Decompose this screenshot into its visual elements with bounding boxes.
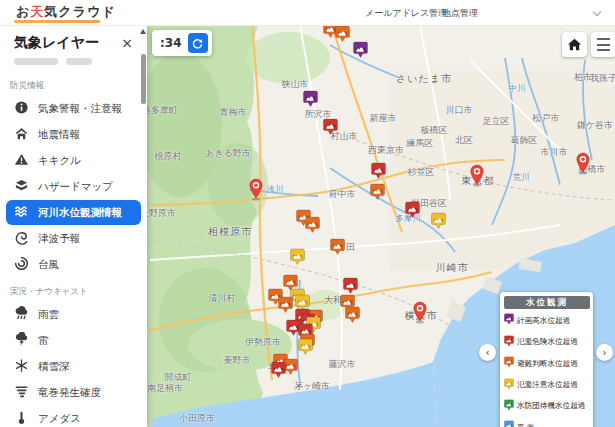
home-icon xyxy=(567,37,582,52)
location-pin[interactable] xyxy=(575,152,591,175)
sidebar-item-label: 気象警報・注意報 xyxy=(38,102,122,116)
legend-prev-button[interactable]: ‹ xyxy=(479,344,496,361)
sidebar-item-raincloud[interactable]: 雨雲 xyxy=(6,302,141,327)
water-level-legend: 水位観測 計画高水位超過氾濫危険水位超過避難判断水位超過氾濫注意水位超過水防団待… xyxy=(500,292,593,427)
sidebar-item-waves[interactable]: 河川水位観測情報 xyxy=(6,200,141,225)
legend-item-planned: 計画高水位超過 xyxy=(504,311,590,330)
house-icon xyxy=(14,126,29,143)
sidebar-item-label: 津波予報 xyxy=(38,232,80,246)
legend-item-caution: 氾濫注意水位超過 xyxy=(504,376,590,395)
waves-icon xyxy=(14,204,29,221)
sidebar-item-label: 積雪深 xyxy=(38,360,70,374)
sidebar-item-label: 台風 xyxy=(38,258,59,272)
location-pin[interactable] xyxy=(469,164,485,187)
app-header: お天気クラウド メールアドレス管理 地点管理 xyxy=(0,0,615,26)
sidebar-item-label: 雷 xyxy=(38,334,49,348)
tornado-icon xyxy=(14,384,29,401)
legend-item-label: 水防団待機水位超過 xyxy=(517,401,585,411)
home-button[interactable] xyxy=(562,32,587,57)
sidebar-item-label: 河川水位観測情報 xyxy=(38,206,122,220)
sidebar-item-typhoon[interactable]: 台風 xyxy=(6,252,141,277)
sidebar-item-warning[interactable]: キキクル xyxy=(6,148,141,173)
water-level-pin-danger[interactable] xyxy=(405,201,420,220)
section-label: 実況・ナウキャスト xyxy=(0,278,147,301)
legend-pin-icon-normal xyxy=(504,418,514,427)
legend-item-label: 計画高水位超過 xyxy=(517,316,570,326)
water-level-pin-evac[interactable] xyxy=(345,306,360,325)
nav-email-management[interactable]: メールアドレス管理 xyxy=(365,7,447,20)
app-logo: お天気クラウド xyxy=(16,3,116,21)
water-level-pin-danger[interactable] xyxy=(323,118,338,137)
logo-underline xyxy=(14,20,100,23)
nav-location-management[interactable]: 地点管理 xyxy=(442,7,478,20)
thunder-icon xyxy=(14,332,29,349)
legend-item-standby: 水防団待機水位超過 xyxy=(504,397,590,416)
legend-item-label: 氾濫注意水位超過 xyxy=(517,380,578,390)
legend-pin-icon-danger xyxy=(504,333,514,352)
legend-item-label: 避難判断水位超過 xyxy=(517,359,578,369)
legend-pin-icon-evac xyxy=(504,354,514,373)
water-level-pin-evac[interactable] xyxy=(305,216,320,235)
legend-item-evac: 避難判断水位超過 xyxy=(504,354,590,373)
sidebar-item-tsunami[interactable]: 津波予報 xyxy=(6,226,141,251)
scrollbar-thumb[interactable] xyxy=(141,54,146,104)
sidebar-item-label: 竜巻発生確度 xyxy=(38,386,101,400)
water-level-pin-caution[interactable] xyxy=(431,212,446,231)
water-level-pin-danger[interactable] xyxy=(271,361,286,380)
legend-item-normal: 平 常 xyxy=(504,418,590,427)
sidebar-item-snow[interactable]: 積雪深 xyxy=(6,354,141,379)
legend-next-button[interactable]: › xyxy=(596,344,613,361)
sidebar-item-label: 雨雲 xyxy=(38,308,59,322)
map-menu-button[interactable] xyxy=(591,32,615,57)
legend-pin-icon-planned xyxy=(504,311,514,330)
water-level-pin-caution[interactable] xyxy=(290,248,305,267)
chevron-down-icon[interactable] xyxy=(593,9,601,17)
location-pin[interactable] xyxy=(412,301,428,324)
legend-pin-icon-caution xyxy=(504,376,514,395)
weather-layers-panel: 気象レイヤー × 防災情報気象警報・注意報地震情報キキクルハザードマップ河川水位… xyxy=(0,25,147,427)
warning-icon xyxy=(14,152,29,169)
time-label: :34 xyxy=(160,36,182,50)
scrollbar-up-arrow[interactable] xyxy=(140,29,146,34)
section-label: 防災情報 xyxy=(0,72,147,95)
sidebar-item-info[interactable]: 気象警報・注意報 xyxy=(6,96,141,121)
legend-title: 水位観測 xyxy=(504,296,590,309)
sidebar-item-hazard[interactable]: ハザードマップ xyxy=(6,174,141,199)
water-level-pin-danger[interactable] xyxy=(371,162,386,181)
panel-title: 気象レイヤー xyxy=(14,34,99,52)
refresh-button[interactable] xyxy=(188,33,208,53)
legend-item-label: 氾濫危険水位超過 xyxy=(517,337,578,347)
hazard-icon xyxy=(14,178,29,195)
raincloud-icon xyxy=(14,306,29,323)
sidebar-item-label: キキクル xyxy=(38,154,81,168)
legend-pin-icon-standby xyxy=(504,397,514,416)
water-level-pin-planned[interactable] xyxy=(303,90,318,109)
water-level-pin-caution[interactable] xyxy=(298,338,313,357)
legend-item-danger: 氾濫危険水位超過 xyxy=(504,333,590,352)
water-level-pin-evac[interactable] xyxy=(335,25,350,44)
info-icon xyxy=(14,100,29,117)
water-level-pin-evac[interactable] xyxy=(370,183,385,202)
water-level-pin-evac[interactable] xyxy=(278,296,293,315)
thermo-icon xyxy=(14,410,29,427)
sidebar-item-tornado[interactable]: 竜巻発生確度 xyxy=(6,380,141,405)
tsunami-icon xyxy=(14,230,29,247)
sidebar-item-house[interactable]: 地震情報 xyxy=(6,122,141,147)
snow-icon xyxy=(14,358,29,375)
sidebar-item-label: アメダス xyxy=(38,412,81,426)
sidebar-item-thunder[interactable]: 雷 xyxy=(6,328,141,353)
close-icon[interactable]: × xyxy=(119,36,135,50)
sidebar-item-thermo[interactable]: アメダス xyxy=(6,406,141,427)
legend-item-label: 平 常 xyxy=(517,423,535,427)
sidebar-item-label: 地震情報 xyxy=(38,128,80,142)
water-level-pin-planned[interactable] xyxy=(353,41,368,60)
scrolled-item-partial xyxy=(14,58,147,72)
sidebar-scrollbar[interactable] xyxy=(140,27,146,425)
hamburger-icon xyxy=(597,38,610,51)
location-pin[interactable] xyxy=(248,178,264,201)
app-root: 狭山市さいたま市柏市我孫子市所沢市新座市村山市西東京市練馬区板橋区杉並区府中市世… xyxy=(0,0,615,427)
water-level-pin-evac[interactable] xyxy=(330,238,345,257)
refresh-icon xyxy=(191,37,204,50)
sidebar-item-label: ハザードマップ xyxy=(38,180,113,194)
map-time-widget: :34 xyxy=(152,30,212,56)
